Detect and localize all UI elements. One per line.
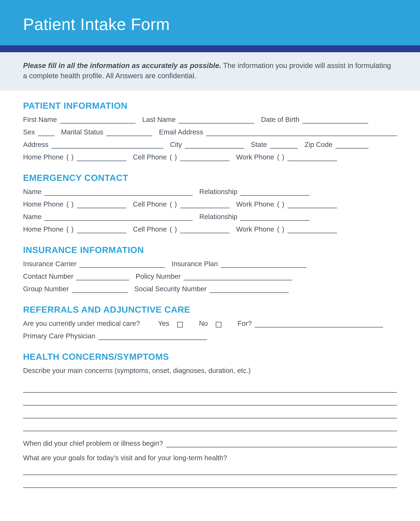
label-first-name: First Name bbox=[23, 116, 57, 124]
input-state[interactable] bbox=[270, 141, 298, 149]
paren: ( ) bbox=[66, 153, 74, 161]
paren: ( ) bbox=[66, 225, 74, 233]
label-state: State bbox=[251, 141, 267, 149]
label-email: Email Address bbox=[159, 128, 203, 136]
section-title-health: HEALTH CONCERNS/SYMPTOMS bbox=[23, 352, 397, 362]
input-sex[interactable] bbox=[38, 129, 54, 136]
row-ins-contact-policy: Contact Number Policy Number bbox=[23, 272, 397, 280]
label-cell-phone: Cell Phone bbox=[133, 153, 167, 161]
checkbox-no[interactable] bbox=[216, 322, 221, 327]
row-address: Address City State Zip Code bbox=[23, 141, 397, 149]
row-name-dob: First Name Last Name Date of Birth bbox=[23, 116, 397, 124]
row-ec2-name: Name Relationship bbox=[23, 213, 397, 221]
row-ec1-phones: Home Phone( ) Cell Phone( ) Work Phone( … bbox=[23, 200, 397, 208]
label-ec-relationship: Relationship bbox=[199, 213, 237, 221]
label-ec-home: Home Phone bbox=[23, 200, 63, 208]
label-describe: Describe your main concerns (symptoms, o… bbox=[23, 367, 397, 375]
input-last-name[interactable] bbox=[179, 116, 254, 124]
input-ec1-work[interactable] bbox=[288, 201, 337, 208]
label-ec-name: Name bbox=[23, 213, 42, 221]
label-when: When did your chief problem or illness b… bbox=[23, 439, 163, 447]
input-cell-phone[interactable] bbox=[180, 154, 230, 161]
input-address[interactable] bbox=[51, 141, 163, 149]
paren: ( ) bbox=[170, 200, 177, 208]
label-carrier: Insurance Carrier bbox=[23, 260, 76, 268]
paren: ( ) bbox=[66, 200, 74, 208]
label-ec-cell: Cell Phone bbox=[133, 200, 167, 208]
label-zip: Zip Code bbox=[305, 141, 333, 149]
label-plan: Insurance Plan bbox=[172, 260, 218, 268]
input-zip[interactable] bbox=[336, 141, 368, 149]
label-work-phone: Work Phone bbox=[236, 153, 274, 161]
paren: ( ) bbox=[277, 225, 285, 233]
input-plan[interactable] bbox=[221, 261, 307, 268]
checkbox-yes[interactable] bbox=[177, 322, 183, 327]
intro-text: Please fill in all the information as ac… bbox=[0, 52, 420, 91]
input-carrier[interactable] bbox=[79, 261, 165, 268]
input-dob[interactable] bbox=[302, 116, 368, 124]
row-sex-marital-email: Sex Marital Status Email Address bbox=[23, 128, 397, 136]
label-ssn: Social Security Number bbox=[135, 285, 207, 293]
label-policy: Policy Number bbox=[136, 272, 181, 280]
label-ec-relationship: Relationship bbox=[199, 188, 237, 196]
input-ec1-name[interactable] bbox=[45, 189, 193, 196]
label-ec-home: Home Phone bbox=[23, 225, 63, 233]
input-ec1-relationship[interactable] bbox=[240, 189, 309, 196]
input-home-phone[interactable] bbox=[77, 154, 126, 161]
input-ec2-work[interactable] bbox=[288, 226, 337, 233]
input-ec1-home[interactable] bbox=[77, 201, 126, 208]
section-title-referrals: REFERRALS AND ADJUNCTIVE CARE bbox=[23, 304, 397, 315]
input-for[interactable] bbox=[255, 320, 383, 327]
input-ssn[interactable] bbox=[210, 286, 289, 293]
label-ec-work: Work Phone bbox=[236, 225, 274, 233]
row-ec2-phones: Home Phone( ) Cell Phone( ) Work Phone( … bbox=[23, 225, 397, 233]
input-contact[interactable] bbox=[76, 273, 129, 280]
row-ins-group-ssn: Group Number Social Security Number bbox=[23, 285, 397, 293]
label-city: City bbox=[170, 141, 182, 149]
row-ins-carrier-plan: Insurance Carrier Insurance Plan bbox=[23, 260, 397, 268]
input-group[interactable] bbox=[72, 286, 128, 293]
accent-band bbox=[0, 45, 420, 52]
row-ec1-name: Name Relationship bbox=[23, 188, 397, 196]
label-no: No bbox=[199, 320, 208, 327]
intro-bold: Please fill in all the information as ac… bbox=[23, 61, 221, 69]
paren: ( ) bbox=[170, 225, 177, 233]
paren: ( ) bbox=[170, 153, 177, 161]
label-ec-name: Name bbox=[23, 188, 42, 196]
row-when: When did your chief problem or illness b… bbox=[23, 439, 397, 447]
row-medical-care: Are you currently under medical care? Ye… bbox=[23, 320, 397, 327]
page-title: Patient Intake Form bbox=[23, 15, 397, 34]
label-dob: Date of Birth bbox=[261, 116, 299, 124]
input-ec2-home[interactable] bbox=[77, 226, 126, 233]
input-work-phone[interactable] bbox=[288, 154, 337, 161]
input-email[interactable] bbox=[206, 129, 397, 136]
row-pcp: Primary Care Physician bbox=[23, 332, 397, 340]
label-ec-work: Work Phone bbox=[236, 200, 274, 208]
row-patient-phones: Home Phone( ) Cell Phone( ) Work Phone( … bbox=[23, 153, 397, 161]
paren: ( ) bbox=[277, 200, 285, 208]
label-pcp: Primary Care Physician bbox=[23, 332, 95, 340]
label-for: For? bbox=[238, 320, 252, 327]
section-title-patient: PATIENT INFORMATION bbox=[23, 100, 397, 111]
input-first-name[interactable] bbox=[60, 116, 135, 124]
paren: ( ) bbox=[277, 153, 285, 161]
input-marital[interactable] bbox=[106, 129, 152, 136]
input-ec2-relationship[interactable] bbox=[240, 213, 309, 221]
label-address: Address bbox=[23, 141, 48, 149]
input-pcp[interactable] bbox=[98, 333, 207, 340]
label-last-name: Last Name bbox=[142, 116, 176, 124]
input-policy[interactable] bbox=[184, 273, 292, 280]
input-ec2-cell[interactable] bbox=[180, 226, 230, 233]
header-band: Patient Intake Form bbox=[0, 0, 420, 45]
input-ec2-name[interactable] bbox=[45, 213, 193, 221]
input-city[interactable] bbox=[185, 141, 244, 149]
input-when[interactable] bbox=[166, 440, 397, 447]
input-ec1-cell[interactable] bbox=[180, 201, 230, 208]
label-ec-cell: Cell Phone bbox=[133, 225, 167, 233]
label-goals: What are your goals for today’s visit an… bbox=[23, 454, 397, 462]
label-medical-care: Are you currently under medical care? bbox=[23, 320, 140, 327]
textarea-goals[interactable] bbox=[23, 465, 397, 488]
label-group: Group Number bbox=[23, 285, 69, 293]
textarea-describe[interactable] bbox=[23, 383, 397, 431]
section-title-emergency: EMERGENCY CONTACT bbox=[23, 173, 397, 183]
